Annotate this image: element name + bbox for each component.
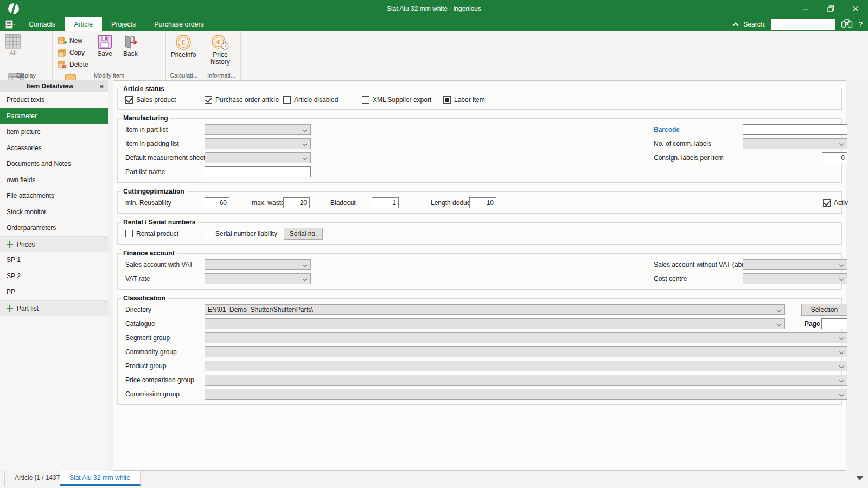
vat-rate-dropdown[interactable] [205,273,311,284]
directory-selection-button[interactable]: Selection [801,304,847,316]
section-title: Rental / Serial numbers [121,219,197,226]
page-input[interactable] [821,318,847,329]
part-list-name-input[interactable] [205,166,311,177]
sidebar-item-file-attachments[interactable]: File attachments [0,188,108,204]
sidebar-title: Item Detailview [0,82,100,90]
commodity-group-dropdown[interactable] [205,346,847,357]
table-icon [5,34,21,49]
ribbon-group-calculation: € Priceinfo Calculati... [166,31,202,80]
sales-account-with-vat-dropdown[interactable] [205,259,311,270]
sidebar-item-prices[interactable]: Prices [0,236,108,253]
section-title: Classification [121,294,168,302]
chevron-down-icon [777,322,781,326]
sidebar-item-sp2[interactable]: SP 2 [0,268,108,285]
sales-account-without-vat-dropdown[interactable] [743,259,847,270]
chevron-down-icon [303,277,307,281]
chevron-down-icon [839,142,844,146]
checkbox-serial-number-liability[interactable] [205,230,212,237]
back-button[interactable]: Back [118,33,142,72]
checkbox-xml-supplier-export[interactable] [362,96,369,104]
section-classification: Classification Directory EN\01_Demo_Shut… [117,294,842,405]
svg-text:€: € [181,38,185,47]
close-button[interactable] [843,0,868,17]
scroll-down-icon[interactable] [857,477,863,480]
bladecut-input[interactable]: 1 [372,197,399,208]
help-icon[interactable]: ? [858,20,863,29]
menu-tab-contacts[interactable]: Contacts [20,17,65,31]
chevron-down-icon [839,350,844,354]
commission-group-dropdown[interactable] [205,389,847,400]
product-group-dropdown[interactable] [205,361,847,371]
svg-text:€: € [217,38,221,46]
barcode-input[interactable] [743,124,847,135]
barcode-link[interactable]: Barcode [654,126,680,133]
sidebar-item-parameter[interactable]: Parameter [0,108,108,125]
price-comparison-group-dropdown[interactable] [205,375,847,386]
item-in-packing-list-dropdown[interactable] [205,138,311,149]
max-waste-input[interactable]: 20 [283,197,310,208]
sidebar-item-documents-and-notes[interactable]: Documents and Notes [0,156,108,172]
ribbon-group-label-display: Display [0,72,52,79]
checkbox-labor-item[interactable] [443,96,451,104]
section-rental-serial-numbers: Rental / Serial numbers Rental product S… [117,219,842,245]
comm-labels-dropdown[interactable] [743,138,847,149]
sidebar-item-sp1[interactable]: SP 1 [0,252,108,268]
ribbon-group-modify-item: New Copy Delete [53,31,166,80]
menu-tab-projects[interactable]: Projects [102,17,145,31]
plus-icon [7,241,13,248]
checkbox-sales-product[interactable] [125,96,133,104]
directory-dropdown[interactable]: EN\01_Demo_Shutter\Shutter\Parts\ [205,304,785,315]
main-menu-button[interactable] [1,17,20,31]
minimize-button[interactable] [793,0,818,17]
sidebar-item-product-texts[interactable]: Product texts [0,92,108,108]
segment-group-dropdown[interactable] [205,332,847,343]
sidebar-item-own-fields[interactable]: own fields [0,172,108,189]
checkbox-article-disabled[interactable] [283,96,291,104]
catalogue-dropdown[interactable] [205,318,785,329]
chevron-down-icon [839,378,844,382]
sidebar-item-orderparameters[interactable]: Orderparameters [0,220,108,236]
restore-button[interactable] [818,0,843,17]
sidebar-item-accessories[interactable]: Accessories [0,140,108,157]
chevron-down-icon [303,156,307,160]
default-measurement-sheet-dropdown[interactable] [205,152,311,163]
min-reusability-input[interactable]: 60 [205,197,229,208]
all-button[interactable]: All [2,33,24,72]
parameter-detail-panel: Article status Sales product Purchase or… [113,80,846,471]
binoculars-icon[interactable] [841,18,853,30]
item-in-part-list-dropdown[interactable] [205,124,311,135]
new-button[interactable]: New [55,35,91,46]
chevron-down-icon [839,277,844,281]
checkbox-activ[interactable] [823,199,831,207]
length-deduction-input[interactable]: 10 [469,197,496,208]
collapse-ribbon-icon[interactable] [733,22,738,27]
copy-item-icon [58,48,67,57]
sidebar-item-pp[interactable]: PP [0,284,108,300]
priceinfo-button[interactable]: € Priceinfo [168,33,199,72]
ribbon-group-label-calculation: Calculati... [166,72,202,79]
section-finance-account: Finance account Sales account with VAT S… [117,249,842,290]
copy-button[interactable]: Copy [55,47,91,58]
delete-button[interactable]: Delete [55,59,91,70]
menu-tab-article[interactable]: Article [65,17,102,31]
sidebar-item-stock-monitor[interactable]: Stock monitor [0,204,108,221]
serial-no-button[interactable]: Serial no. [284,228,323,240]
ribbon-group-information: € Price history Informati... [202,31,241,80]
price-history-button[interactable]: € Price history [205,33,236,72]
list-menu-icon [5,20,16,29]
sidebar-item-item-picture[interactable]: Item picture [0,124,108,140]
checkbox-rental-product[interactable] [125,230,133,237]
bottom-tab-current-article[interactable]: Slat Alu 32 mm white [60,471,141,486]
section-cuttingoptimization: Cuttingoptimization min. Reusability 60 … [117,188,842,214]
plus-icon [7,305,13,312]
item-detailview-sidebar: Item Detailview « Product texts Paramete… [0,80,108,471]
cost-centre-dropdown[interactable] [743,273,847,284]
menu-tab-purchase-orders[interactable]: Purchase orders [145,17,213,31]
checkbox-purchase-order-article[interactable] [205,96,212,104]
sidebar-item-part-list[interactable]: Part list [0,300,108,317]
consign-labels-input[interactable]: 0 [822,152,847,163]
save-button[interactable]: Save [93,33,117,72]
search-input[interactable] [771,19,835,30]
chevron-down-icon [303,142,307,146]
double-chevron-left-icon[interactable]: « [100,82,108,90]
